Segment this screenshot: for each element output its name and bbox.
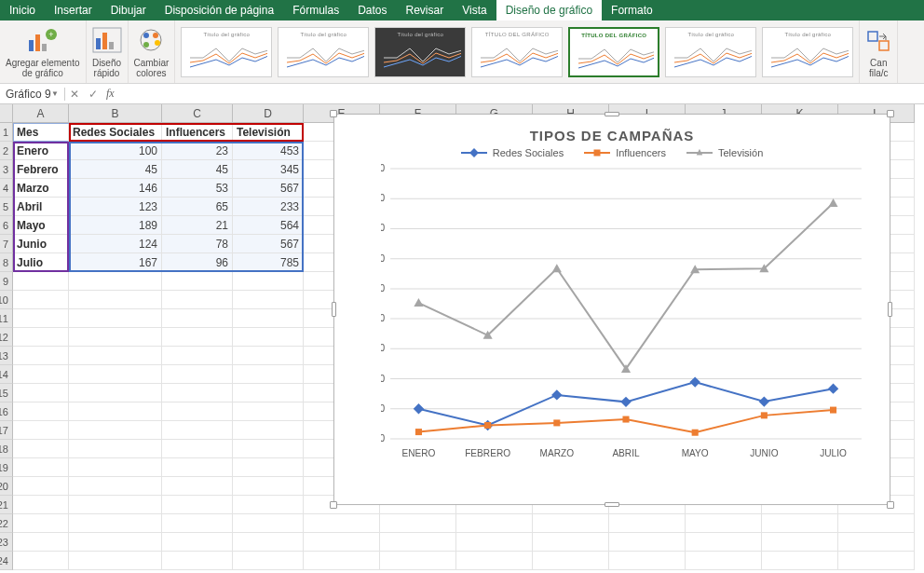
confirm-button[interactable]: ✓ <box>84 88 102 101</box>
legend-item[interactable]: Influencers <box>584 147 666 158</box>
row-header[interactable]: 3 <box>0 160 13 179</box>
chart-style-thumb[interactable]: TÍTULO DEL GRÁFICO <box>568 27 659 77</box>
cell[interactable] <box>162 440 233 458</box>
cell[interactable] <box>69 347 162 365</box>
row-header[interactable]: 18 <box>0 440 13 458</box>
name-box[interactable]: Gráfico 9 ▼ <box>0 88 65 101</box>
chart-style-thumb[interactable]: Título del gráfico <box>181 27 272 77</box>
row-header[interactable]: 23 <box>0 533 13 552</box>
cell[interactable]: Junio <box>13 235 69 253</box>
cell[interactable]: Enero <box>13 142 69 160</box>
legend-item[interactable]: Redes Sociales <box>461 147 564 158</box>
cell[interactable] <box>69 458 162 477</box>
cell[interactable] <box>69 272 162 291</box>
cell[interactable] <box>13 458 69 477</box>
row-header[interactable]: 6 <box>0 216 13 235</box>
cell[interactable]: 123 <box>69 198 162 216</box>
fx-icon[interactable]: fx <box>106 87 115 101</box>
cell[interactable] <box>162 384 233 402</box>
ribbon-tab-dise-o-de-gr-fico[interactable]: Diseño de gráfico <box>496 0 602 20</box>
cell[interactable] <box>233 328 304 347</box>
cell[interactable] <box>162 328 233 347</box>
cell[interactable] <box>162 477 233 496</box>
row-header[interactable]: 24 <box>0 552 13 570</box>
cell[interactable] <box>533 552 609 570</box>
cell[interactable] <box>609 552 686 570</box>
cell[interactable] <box>762 552 838 570</box>
cell[interactable] <box>69 291 162 309</box>
cell[interactable] <box>233 384 304 402</box>
ribbon-tab-disposici-n-de-p-gina[interactable]: Disposición de página <box>156 0 283 20</box>
cell[interactable] <box>686 514 762 533</box>
cell[interactable] <box>13 440 69 458</box>
cell[interactable] <box>762 533 838 552</box>
cell[interactable] <box>162 272 233 291</box>
cell[interactable] <box>380 514 456 533</box>
ribbon-tab-revisar[interactable]: Revisar <box>397 0 454 20</box>
col-header[interactable]: D <box>233 104 304 123</box>
row-header[interactable]: 2 <box>0 142 13 160</box>
cell[interactable] <box>69 552 162 570</box>
cell[interactable]: Mes <box>13 123 69 142</box>
cell[interactable] <box>686 533 762 552</box>
cell[interactable] <box>233 552 304 570</box>
cell[interactable] <box>233 291 304 309</box>
name-box-dropdown-icon[interactable]: ▼ <box>51 89 59 98</box>
quick-layout-button[interactable]: Diseño rápido <box>87 20 129 83</box>
cell[interactable] <box>162 365 233 384</box>
row-header[interactable]: 12 <box>0 328 13 347</box>
cell[interactable]: 21 <box>162 216 233 235</box>
cell[interactable] <box>69 384 162 402</box>
cell[interactable] <box>13 496 69 514</box>
cell[interactable] <box>162 514 233 533</box>
cell[interactable] <box>13 365 69 384</box>
cell[interactable] <box>233 533 304 552</box>
cell[interactable] <box>456 514 533 533</box>
change-colors-button[interactable]: Cambiar colores <box>129 20 176 83</box>
chart-style-thumb[interactable]: Título del gráfico <box>374 27 466 77</box>
ribbon-tab-formato[interactable]: Formato <box>602 0 662 20</box>
cell[interactable] <box>838 552 915 570</box>
ribbon-tab-inicio[interactable]: Inicio <box>0 0 45 20</box>
select-all-corner[interactable] <box>0 104 13 123</box>
cell[interactable]: 45 <box>162 160 233 179</box>
row-header[interactable]: 16 <box>0 402 13 421</box>
ribbon-tab-f-rmulas[interactable]: Fórmulas <box>283 0 348 20</box>
cell[interactable] <box>762 514 838 533</box>
cell[interactable] <box>162 309 233 328</box>
cell[interactable] <box>838 533 915 552</box>
cell[interactable]: Julio <box>13 253 69 272</box>
cell[interactable]: 100 <box>69 142 162 160</box>
sheet-area[interactable]: ABCDEFGHIJKL1MesRedes SocialesInfluencer… <box>0 104 924 573</box>
row-header[interactable]: 21 <box>0 496 13 514</box>
chart-plot-area[interactable]: 0100200300400500600700800900ENEROFEBRERO… <box>381 164 871 462</box>
cell[interactable] <box>162 552 233 570</box>
cell[interactable] <box>69 421 162 440</box>
cell[interactable]: 45 <box>69 160 162 179</box>
cell[interactable]: 564 <box>233 216 304 235</box>
row-header[interactable]: 22 <box>0 514 13 533</box>
switch-row-col-button[interactable]: Can fila/c <box>859 20 898 83</box>
cell[interactable] <box>233 496 304 514</box>
cell[interactable]: 567 <box>233 235 304 253</box>
cell[interactable] <box>162 496 233 514</box>
cell[interactable]: 96 <box>162 253 233 272</box>
col-header[interactable]: A <box>13 104 69 123</box>
cell[interactable]: 453 <box>233 142 304 160</box>
cell[interactable] <box>13 291 69 309</box>
cell[interactable] <box>13 533 69 552</box>
cell[interactable] <box>162 458 233 477</box>
row-header[interactable]: 8 <box>0 253 13 272</box>
cell[interactable] <box>233 347 304 365</box>
cell[interactable] <box>162 347 233 365</box>
cell[interactable] <box>162 421 233 440</box>
cancel-button[interactable]: ✕ <box>65 88 84 101</box>
legend-item[interactable]: Televisión <box>686 147 763 158</box>
cell[interactable] <box>609 533 686 552</box>
cell[interactable] <box>162 533 233 552</box>
cell[interactable]: Televisión <box>233 123 304 142</box>
cell[interactable] <box>233 421 304 440</box>
row-header[interactable]: 20 <box>0 477 13 496</box>
cell[interactable] <box>233 458 304 477</box>
cell[interactable] <box>69 440 162 458</box>
